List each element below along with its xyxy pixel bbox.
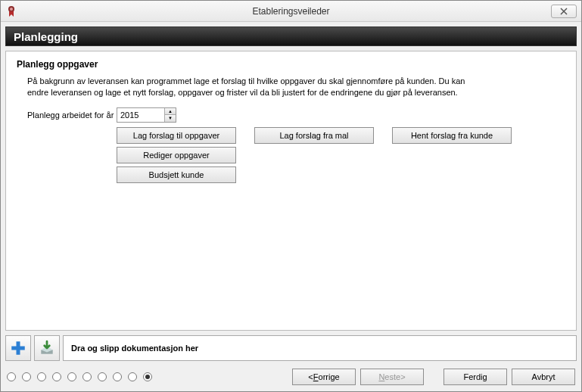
wizard-window: Etableringsveileder Planlegging Planlegg… — [0, 0, 582, 392]
lag-forslag-mal-button[interactable]: Lag forslag fra mal — [254, 127, 374, 144]
next-button[interactable]: Neste > — [360, 369, 424, 385]
next-rest: este — [384, 372, 400, 381]
year-label: Planlegg arbeidet for år — [27, 110, 117, 120]
step-indicator-1[interactable] — [7, 372, 16, 381]
prev-button[interactable]: < Forrige — [292, 369, 356, 385]
year-down-button[interactable]: ▼ — [165, 115, 176, 122]
titlebar: Etableringsveileder — [1, 1, 581, 22]
step-indicator-4[interactable] — [52, 372, 61, 381]
svg-rect-3 — [11, 347, 25, 350]
step-indicator-5[interactable] — [67, 372, 76, 381]
year-up-button[interactable]: ▲ — [165, 108, 176, 116]
drop-zone-text: Dra og slipp dokumentasjon her — [71, 344, 198, 353]
close-button[interactable] — [551, 5, 577, 18]
lag-forslag-oppgaver-button[interactable]: Lag forslag til oppgaver — [117, 127, 236, 144]
svg-point-1 — [10, 8, 13, 11]
app-icon — [5, 5, 17, 17]
nav-buttons: < Forrige Neste > Ferdig Avbryt — [292, 369, 575, 385]
finish-button[interactable]: Ferdig — [444, 369, 507, 385]
step-indicator-9[interactable] — [128, 372, 137, 381]
step-indicator-2[interactable] — [22, 372, 31, 381]
hent-forslag-kunde-button[interactable]: Hent forslag fra kunde — [392, 127, 512, 144]
section-title: Planlegging — [14, 30, 78, 43]
import-button[interactable] — [34, 335, 60, 361]
content-outer: Planlegg oppgaver På bakgrunn av leveran… — [1, 46, 581, 335]
bottom-row: < Forrige Neste > Ferdig Avbryt — [1, 364, 581, 391]
step-indicators — [7, 372, 152, 381]
panel-title: Planlegg oppgaver — [17, 59, 565, 70]
step-indicator-3[interactable] — [37, 372, 46, 381]
window-title: Etableringsveileder — [252, 6, 329, 17]
prev-rest: orrige — [319, 372, 340, 381]
step-indicator-10[interactable] — [143, 372, 152, 381]
add-button[interactable] — [5, 335, 31, 361]
step-indicator-7[interactable] — [98, 372, 107, 381]
year-row: Planlegg arbeidet for år ▲ ▼ — [27, 107, 565, 123]
cancel-button[interactable]: Avbryt — [512, 369, 575, 385]
budsjett-kunde-button[interactable]: Budsjett kunde — [117, 166, 236, 183]
drop-zone[interactable]: Dra og slipp dokumentasjon her — [63, 335, 577, 361]
step-indicator-8[interactable] — [113, 372, 122, 381]
panel-description: På bakgrunn av leveransen kan programmet… — [27, 76, 466, 98]
rediger-oppgaver-button[interactable]: Rediger oppgaver — [117, 147, 236, 163]
section-header: Planlegging — [5, 26, 577, 46]
content-panel: Planlegg oppgaver På bakgrunn av leveran… — [5, 51, 577, 331]
action-buttons: Lag forslag til oppgaver Lag forslag fra… — [117, 127, 565, 183]
year-spinner: ▲ ▼ — [117, 107, 176, 123]
drop-row: Dra og slipp dokumentasjon her — [1, 335, 581, 364]
step-indicator-6[interactable] — [82, 372, 92, 381]
spinner-buttons: ▲ ▼ — [164, 108, 176, 122]
year-input[interactable] — [117, 108, 164, 122]
